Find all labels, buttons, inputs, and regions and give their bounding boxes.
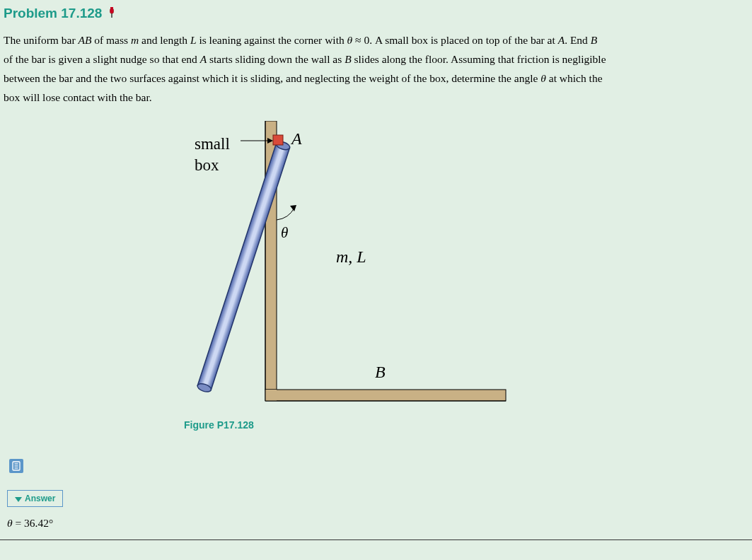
var-B: B — [345, 53, 351, 65]
text: at which the — [546, 72, 603, 84]
pin-icon — [108, 6, 115, 22]
figure: small box A B θ m, L Figure P17.128 — [184, 121, 748, 431]
label-B: B — [375, 363, 386, 381]
var-theta: θ — [7, 517, 13, 529]
problem-number: Problem 17.128 — [4, 6, 102, 21]
answer-toggle-label: Answer — [25, 494, 55, 503]
problem-statement: The uniform bar AB of mass m and length … — [4, 30, 748, 107]
text: and length — [139, 34, 190, 46]
text: of the bar is given a slight nudge so th… — [4, 53, 200, 65]
text: slides along the floor. Assuming that fr… — [352, 53, 606, 65]
text: box will lose contact with the bar. — [4, 91, 152, 103]
angle-arc — [277, 208, 294, 220]
label-mL: m, L — [336, 247, 366, 266]
chevron-down-icon — [15, 497, 22, 502]
svg-rect-2 — [111, 13, 112, 18]
answer-number: = 36.42° — [13, 517, 54, 529]
svg-rect-3 — [265, 390, 277, 401]
arrow-head-icon — [290, 205, 296, 211]
var-A: A — [200, 53, 207, 65]
figure-caption: Figure P17.128 — [184, 419, 748, 431]
answer-value: θ = 36.42° — [7, 517, 748, 535]
text: The uniform bar — [4, 34, 78, 46]
text: starts sliding down the wall as — [207, 53, 345, 65]
figure-svg: small box A B θ m, L — [184, 121, 516, 411]
small-box-icon — [273, 135, 283, 145]
text: between the bar and the two surfaces aga… — [4, 72, 540, 84]
problem-title: Problem 17.128 — [4, 6, 748, 22]
answer-toggle[interactable]: Answer — [7, 490, 63, 507]
var-A: A — [558, 34, 565, 46]
var-theta: θ — [540, 72, 546, 84]
text: is leaning against the corner with — [197, 34, 347, 46]
text: ≈ 0. A small box is placed on top of the… — [352, 34, 557, 46]
var-B: B — [591, 34, 597, 46]
text: . End — [565, 34, 591, 46]
svg-rect-1 — [110, 8, 113, 13]
label-theta: θ — [281, 224, 288, 241]
label-smallbox: small box — [195, 135, 234, 174]
var-m: m — [131, 34, 139, 46]
floor — [265, 390, 506, 401]
svg-rect-0 — [110, 7, 113, 8]
var-L: L — [190, 34, 197, 46]
var-AB: AB — [78, 34, 91, 46]
label-A: A — [290, 129, 302, 148]
text: of mass — [91, 34, 131, 46]
notes-icon[interactable] — [9, 459, 23, 473]
divider — [0, 539, 752, 540]
